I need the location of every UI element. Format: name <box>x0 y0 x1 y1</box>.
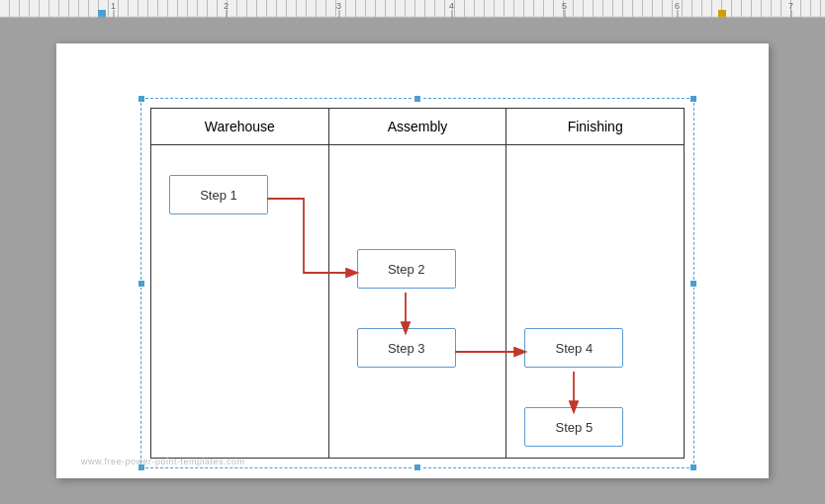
handle-br[interactable] <box>689 463 697 471</box>
page-container: Warehouse Assembly Finishing Step 1 Step… <box>0 18 825 504</box>
header-finishing: Finishing <box>506 109 684 144</box>
watermark: www.free-power-point-templates.com <box>81 457 245 466</box>
handle-bm[interactable] <box>413 463 421 471</box>
svg-text:1: 1 <box>111 1 116 11</box>
step4-label: Step 4 <box>556 341 594 356</box>
swimlane-wrapper: Warehouse Assembly Finishing Step 1 Step… <box>150 108 685 459</box>
step2-box[interactable]: Step 2 <box>357 249 456 289</box>
ruler-top: 1 2 3 4 5 6 7 <box>0 0 825 18</box>
header-assembly: Assembly <box>329 109 507 144</box>
header-warehouse: Warehouse <box>151 109 329 144</box>
svg-text:3: 3 <box>336 1 341 11</box>
body-row: Step 1 Step 2 Step 3 Step 4 <box>150 144 685 459</box>
handle-mr[interactable] <box>689 280 697 288</box>
handle-tl[interactable] <box>138 95 145 103</box>
header-row: Warehouse Assembly Finishing <box>150 108 685 144</box>
svg-text:2: 2 <box>224 1 229 11</box>
step5-box[interactable]: Step 5 <box>524 407 623 447</box>
step1-box[interactable]: Step 1 <box>169 175 268 214</box>
step3-box[interactable]: Step 3 <box>357 328 456 368</box>
svg-text:6: 6 <box>675 1 680 11</box>
lane-assembly: Step 2 Step 3 <box>329 145 507 458</box>
step5-label: Step 5 <box>556 420 594 435</box>
handle-tm[interactable] <box>413 95 421 103</box>
lane-warehouse: Step 1 <box>151 145 329 458</box>
lane-finishing: Step 4 Step 5 <box>506 145 684 458</box>
step2-label: Step 2 <box>388 262 425 277</box>
step4-box[interactable]: Step 4 <box>524 328 623 368</box>
handle-tr[interactable] <box>689 95 697 103</box>
svg-text:7: 7 <box>788 1 793 11</box>
svg-text:5: 5 <box>562 1 567 11</box>
step3-label: Step 3 <box>388 341 425 356</box>
step1-label: Step 1 <box>200 188 237 203</box>
page: Warehouse Assembly Finishing Step 1 Step… <box>56 43 769 478</box>
svg-text:4: 4 <box>449 1 454 11</box>
handle-ml[interactable] <box>138 280 145 288</box>
